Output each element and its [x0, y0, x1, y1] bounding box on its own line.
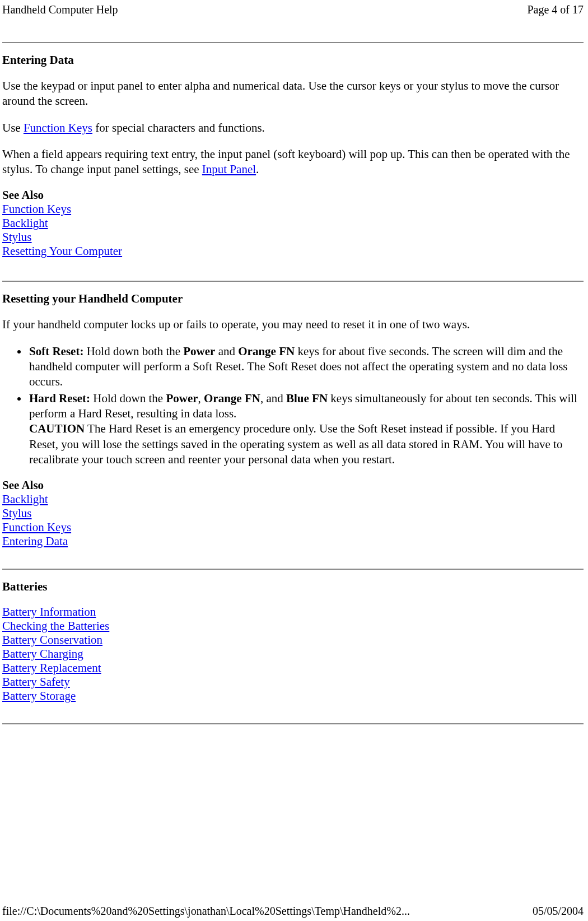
key-orange-fn: Orange FN	[238, 345, 295, 358]
text: , and	[260, 392, 286, 405]
label-caution: CAUTION	[29, 422, 85, 435]
key-power: Power	[183, 345, 215, 358]
text: and	[215, 345, 238, 358]
link-battery-safety[interactable]: Battery Safety	[2, 675, 70, 689]
text: The Hard Reset is an emergency procedure…	[29, 422, 562, 466]
link-function-keys[interactable]: Function Keys	[24, 121, 92, 134]
link-battery-information[interactable]: Battery Information	[2, 605, 96, 619]
link-entering-data[interactable]: Entering Data	[2, 534, 68, 548]
divider	[2, 42, 584, 43]
text: for special characters and functions.	[92, 121, 265, 134]
link-checking-the-batteries[interactable]: Checking the Batteries	[2, 619, 109, 633]
text: ,	[198, 392, 204, 405]
label-soft-reset: Soft Reset:	[29, 345, 83, 358]
list-item-soft-reset: Soft Reset: Hold down both the Power and…	[28, 344, 584, 390]
see-also-label: See Also	[2, 188, 584, 202]
print-header: Handheld Computer Help Page 4 of 17	[0, 0, 588, 16]
see-also-block: See Also Function Keys Backlight Stylus …	[2, 188, 584, 258]
see-also-block: See Also Backlight Stylus Function Keys …	[2, 478, 584, 548]
divider	[2, 569, 584, 570]
list-item-hard-reset: Hard Reset: Hold down the Power, Orange …	[28, 391, 584, 467]
text: When a field appears requiring text entr…	[2, 147, 570, 176]
key-orange-fn: Orange FN	[204, 392, 260, 405]
reset-list: Soft Reset: Hold down both the Power and…	[2, 344, 584, 467]
link-resetting-your-computer[interactable]: Resetting Your Computer	[2, 244, 122, 258]
divider	[2, 723, 584, 724]
section-heading-batteries: Batteries	[2, 580, 584, 594]
link-list: Function Keys Backlight Stylus Resetting…	[2, 202, 584, 258]
link-backlight[interactable]: Backlight	[2, 216, 48, 230]
print-date: 05/05/2004	[533, 905, 584, 918]
text: Use	[2, 121, 24, 134]
link-function-keys[interactable]: Function Keys	[2, 520, 71, 534]
text: .	[256, 162, 259, 176]
link-battery-charging[interactable]: Battery Charging	[2, 647, 83, 661]
key-power: Power	[166, 392, 198, 405]
link-battery-conservation[interactable]: Battery Conservation	[2, 633, 102, 647]
link-battery-storage[interactable]: Battery Storage	[2, 689, 76, 703]
page-indicator: Page 4 of 17	[527, 3, 584, 16]
page-content: Entering Data Use the keypad or input pa…	[0, 16, 588, 724]
link-backlight[interactable]: Backlight	[2, 492, 48, 506]
paragraph: When a field appears requiring text entr…	[2, 147, 584, 178]
file-path: file://C:\Documents%20and%20Settings\jon…	[2, 905, 410, 918]
link-stylus[interactable]: Stylus	[2, 506, 32, 520]
paragraph: If your handheld computer locks up or fa…	[2, 317, 584, 332]
link-list: Backlight Stylus Function Keys Entering …	[2, 492, 584, 548]
text: Hold down both the	[83, 345, 183, 358]
key-blue-fn: Blue FN	[286, 392, 328, 405]
link-list: Battery Information Checking the Batteri…	[2, 605, 584, 703]
doc-title: Handheld Computer Help	[2, 3, 118, 16]
section-heading-resetting: Resetting your Handheld Computer	[2, 292, 584, 306]
paragraph: Use Function Keys for special characters…	[2, 120, 584, 136]
text: Hold down the	[90, 392, 166, 405]
link-battery-replacement[interactable]: Battery Replacement	[2, 661, 101, 675]
link-function-keys[interactable]: Function Keys	[2, 202, 71, 216]
paragraph: Use the keypad or input panel to enter a…	[2, 78, 584, 109]
link-input-panel[interactable]: Input Panel	[202, 162, 256, 176]
print-footer: file://C:\Documents%20and%20Settings\jon…	[2, 905, 584, 918]
divider	[2, 281, 584, 282]
section-heading-entering-data: Entering Data	[2, 53, 584, 67]
link-stylus[interactable]: Stylus	[2, 230, 32, 244]
label-hard-reset: Hard Reset:	[29, 392, 90, 405]
see-also-label: See Also	[2, 478, 584, 492]
